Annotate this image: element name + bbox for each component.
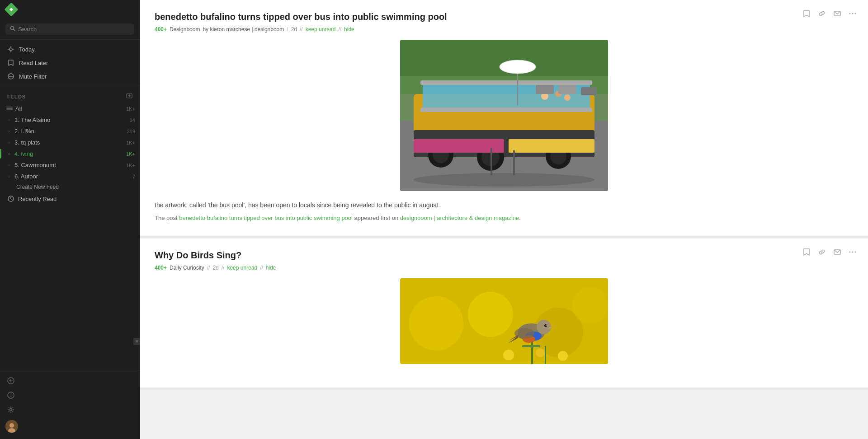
svg-point-80 [536, 348, 545, 357]
user-avatar[interactable] [0, 417, 140, 435]
article-1-meta: 400+ Designboom by kieron marchese | des… [155, 26, 854, 33]
feed-2-label: 2. I.I%n [14, 128, 124, 135]
feed-6-label: 6. Autoor [14, 173, 130, 180]
article-1-sep2: // [300, 26, 303, 33]
article-2-keep-unread[interactable]: keep unread [227, 265, 257, 271]
sidebar: Today Read Later Mute Filter [0, 0, 140, 439]
svg-rect-69 [531, 341, 533, 364]
avatar-image [5, 420, 18, 433]
link-button-2[interactable] [816, 246, 828, 258]
article-2-actions [800, 246, 859, 258]
article-1-hide[interactable]: hide [344, 26, 354, 33]
feeds-label: FEEDS [7, 94, 26, 99]
feed-item-all[interactable]: All 1K+ [0, 103, 140, 114]
svg-point-30 [852, 13, 854, 14]
feed-4-label: 4. iving [14, 150, 123, 157]
svg-point-81 [558, 351, 568, 361]
nav-read-later-label: Read Later [19, 60, 48, 66]
nav-item-today[interactable]: Today [0, 42, 140, 56]
add-feed-button[interactable] [0, 374, 140, 388]
article-1-title: benedetto bufalino turns tipped over bus… [155, 11, 854, 23]
article-2-count: 400+ [155, 265, 167, 271]
svg-point-61 [849, 252, 851, 253]
article-card-1: benedetto bufalino turns tipped over bus… [140, 0, 868, 238]
email-button-1[interactable] [831, 7, 844, 20]
article-1-keep-unread[interactable]: keep unread [306, 26, 336, 33]
bottom-icon-row: ? [0, 374, 140, 435]
svg-point-72 [537, 320, 551, 334]
nav-item-mute-filter[interactable]: Mute Filter [0, 70, 140, 83]
search-icon [10, 26, 15, 33]
svg-rect-57 [491, 148, 492, 175]
svg-point-63 [855, 252, 856, 253]
feed-5-count: 1K+ [126, 163, 135, 168]
svg-rect-56 [581, 87, 597, 95]
recently-read[interactable]: Recently Read [0, 192, 140, 205]
svg-point-26 [9, 423, 14, 428]
close-sidebar-button[interactable]: ✕ [133, 338, 141, 345]
feed-3-count: 1K+ [126, 140, 135, 145]
svg-point-62 [852, 252, 854, 253]
svg-rect-70 [545, 346, 546, 364]
feed-2-count: 319 [127, 129, 135, 134]
article-2-hide[interactable]: hide [266, 265, 276, 271]
logo-item[interactable] [0, 0, 140, 19]
svg-point-65 [409, 296, 463, 350]
more-button-1[interactable] [846, 7, 859, 20]
svg-point-75 [544, 324, 547, 327]
feed-6-count: 7 [132, 174, 135, 179]
sidebar-wrapper: Today Read Later Mute Filter [0, 0, 140, 439]
article-1-count: 400+ [155, 26, 167, 33]
chevron-right-icon-4: › [6, 151, 12, 156]
create-new-feed[interactable]: Create New Feed [0, 182, 140, 192]
article-2-meta: 400+ Daily Curiosity // 2d // keep unrea… [155, 265, 854, 271]
svg-point-31 [855, 13, 856, 14]
search-input[interactable] [18, 26, 130, 33]
feed-3-label: 3. tq plats [14, 139, 123, 146]
feeds-add-icon[interactable] [126, 93, 132, 100]
sidebar-bottom: ? [0, 370, 140, 439]
feed-item-1[interactable]: › 1. The Atsimo 14 [0, 114, 140, 126]
help-button[interactable]: ? [0, 388, 140, 402]
feed-item-5[interactable]: › 5. Cawrmonumt 1K+ [0, 159, 140, 171]
svg-point-79 [503, 350, 514, 360]
article-1-time: 2d [291, 26, 297, 33]
article-1-footer-link2[interactable]: designboom | architecture & design magaz… [400, 215, 519, 221]
article-1-actions [800, 7, 859, 20]
svg-rect-58 [513, 150, 515, 175]
article-1-body: the artwork, called 'the bus pool', has … [155, 200, 854, 210]
logo-icon [4, 2, 18, 16]
save-button-1[interactable] [800, 7, 813, 20]
save-button-2[interactable] [800, 246, 813, 258]
svg-rect-55 [558, 85, 576, 94]
more-button-2[interactable] [846, 246, 859, 258]
svg-text:?: ? [10, 393, 12, 398]
svg-point-29 [849, 13, 851, 14]
feed-1-count: 14 [130, 117, 135, 123]
settings-button[interactable] [0, 403, 140, 416]
article-1-footer-end: . [519, 215, 521, 221]
article-card-2: Why Do Birds Sing? 400+ Daily Curiosity … [140, 238, 868, 390]
chevron-right-icon-2: › [6, 129, 12, 134]
feed-item-6[interactable]: › 6. Autoor 7 [0, 171, 140, 182]
svg-point-3 [9, 48, 12, 51]
create-feed-label: Create New Feed [16, 184, 59, 190]
email-button-2[interactable] [831, 246, 844, 258]
article-1-footer-link1[interactable]: benedetto bufalino turns tipped over bus… [179, 215, 353, 221]
article-1-sep3: // [338, 26, 341, 33]
clock-icon [7, 195, 14, 202]
nav-item-read-later[interactable]: Read Later [0, 56, 140, 70]
svg-line-2 [14, 29, 15, 31]
feeds-section: FEEDS All [0, 86, 140, 370]
article-2-source: Daily Curiosity [170, 265, 204, 271]
link-button-1[interactable] [816, 7, 828, 20]
chevron-right-icon-1: › [6, 117, 12, 122]
article-2-title: Why Do Birds Sing? [155, 249, 854, 261]
svg-rect-47 [420, 80, 592, 85]
svg-point-76 [546, 325, 547, 326]
feed-item-2[interactable]: › 2. I.I%n 319 [0, 126, 140, 137]
search-bar [0, 19, 140, 40]
feed-item-4[interactable]: › 4. iving 1K+ [0, 148, 140, 159]
sidebar-nav: Today Read Later Mute Filter [0, 40, 140, 86]
feed-item-3[interactable]: › 3. tq plats 1K+ [0, 137, 140, 148]
